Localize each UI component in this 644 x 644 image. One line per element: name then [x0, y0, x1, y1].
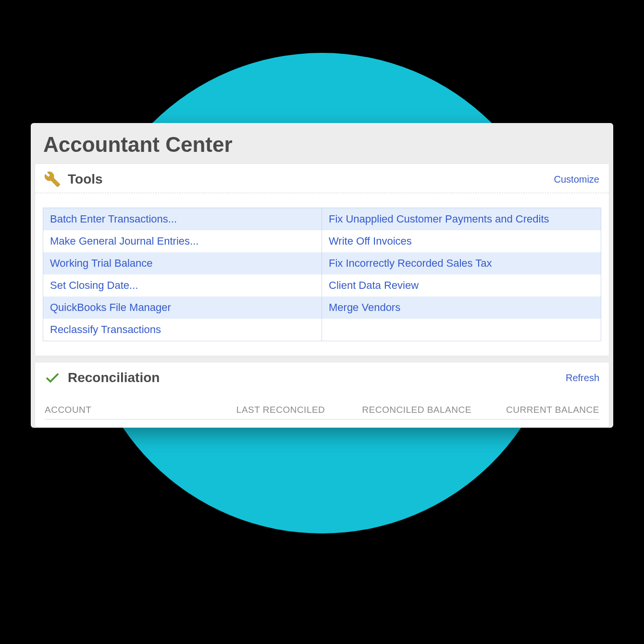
- tool-item[interactable]: Batch Enter Transactions...: [43, 208, 322, 230]
- tool-item[interactable]: Write Off Invoices: [322, 230, 601, 252]
- column-header-last-reconciled: LAST RECONCILED: [209, 405, 325, 415]
- column-header-reconciled-balance: RECONCILED BALANCE: [325, 405, 471, 415]
- tools-right-column: Fix Unapplied Customer Payments and Cred…: [322, 208, 601, 341]
- tool-item[interactable]: Working Trial Balance: [43, 252, 322, 274]
- window-title: Accountant Center: [31, 123, 613, 163]
- tool-item[interactable]: Reclassify Transactions: [43, 319, 322, 341]
- column-header-account: ACCOUNT: [45, 405, 209, 415]
- tool-item[interactable]: Fix Unapplied Customer Payments and Cred…: [322, 208, 601, 230]
- reconciliation-column-headers: ACCOUNT LAST RECONCILED RECONCILED BALAN…: [45, 405, 599, 420]
- tools-panel-title: Tools: [68, 172, 103, 187]
- tool-item: [322, 319, 601, 341]
- reconciliation-body: ACCOUNT LAST RECONCILED RECONCILED BALAN…: [35, 391, 609, 427]
- tools-grid: Batch Enter Transactions...Make General …: [43, 208, 601, 341]
- tool-item[interactable]: Make General Journal Entries...: [43, 230, 322, 252]
- refresh-link[interactable]: Refresh: [566, 372, 599, 384]
- tool-item[interactable]: Merge Vendors: [322, 297, 601, 319]
- tools-panel: Tools Customize Batch Enter Transactions…: [35, 163, 609, 356]
- customize-link[interactable]: Customize: [554, 174, 599, 185]
- column-header-current-balance: CURRENT BALANCE: [471, 405, 599, 415]
- tools-panel-header: Tools Customize: [35, 164, 609, 193]
- tool-item[interactable]: Fix Incorrectly Recorded Sales Tax: [322, 252, 601, 274]
- tool-item[interactable]: Client Data Review: [322, 274, 601, 297]
- reconciliation-panel: Reconciliation Refresh ACCOUNT LAST RECO…: [35, 362, 609, 428]
- wrench-icon: [44, 171, 61, 188]
- tools-left-column: Batch Enter Transactions...Make General …: [43, 208, 322, 341]
- tool-item[interactable]: QuickBooks File Manager: [43, 297, 322, 319]
- checkmark-icon: [44, 369, 61, 386]
- tool-item[interactable]: Set Closing Date...: [43, 274, 322, 297]
- reconciliation-panel-header: Reconciliation Refresh: [35, 362, 609, 391]
- accountant-center-window: Accountant Center Tools Customize Batch …: [31, 123, 613, 428]
- reconciliation-panel-title: Reconciliation: [68, 370, 160, 385]
- tools-body: Batch Enter Transactions...Make General …: [35, 193, 609, 356]
